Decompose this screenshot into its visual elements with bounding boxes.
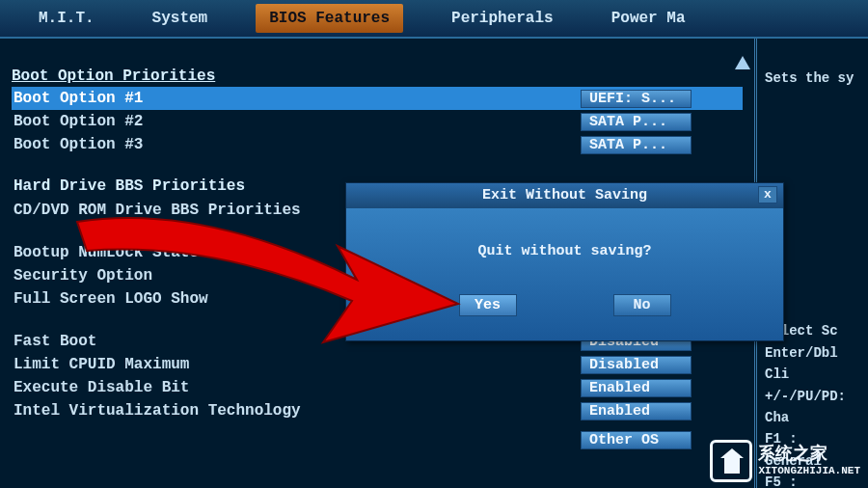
- bottom-row[interactable]: Other OS: [12, 428, 743, 451]
- house-icon: [710, 440, 752, 482]
- setting-value: Enabled: [581, 402, 692, 420]
- boot-priorities-title: Boot Option Priorities: [12, 68, 743, 85]
- limit-cpuid-maximum[interactable]: Limit CPUID Maximum Disabled: [12, 353, 743, 376]
- boot-option-value: UEFI: S...: [581, 90, 692, 108]
- boot-option-3[interactable]: Boot Option #3 SATA P...: [12, 133, 743, 156]
- close-icon[interactable]: x: [758, 186, 777, 203]
- tab-power[interactable]: Power Ma: [602, 6, 695, 31]
- boot-option-1[interactable]: Boot Option #1 UEFI: S...: [12, 87, 743, 110]
- exit-without-saving-dialog: Exit Without Saving x Quit without savin…: [345, 182, 784, 341]
- help-line: Enter/Dbl Cli: [765, 342, 860, 386]
- setting-value: Enabled: [581, 379, 692, 397]
- watermark: 系统之家 XITONGZHIJIA.NET: [710, 440, 860, 482]
- dialog-title: Exit Without Saving x: [346, 183, 783, 208]
- setting-value: Other OS: [581, 431, 692, 449]
- help-line: +/-/PU/PD: Cha: [765, 386, 860, 429]
- dialog-message: Quit without saving?: [346, 243, 783, 259]
- tab-system[interactable]: System: [143, 6, 218, 31]
- yes-button[interactable]: Yes: [459, 294, 517, 316]
- boot-option-value: SATA P...: [581, 113, 692, 131]
- boot-option-2[interactable]: Boot Option #2 SATA P...: [12, 110, 743, 133]
- boot-option-value: SATA P...: [581, 136, 692, 154]
- boot-option-label: Boot Option #1: [12, 90, 581, 107]
- tab-mit[interactable]: M.I.T.: [29, 6, 104, 31]
- help-top: Sets the sy: [765, 68, 860, 89]
- boot-option-label: Boot Option #2: [12, 113, 581, 130]
- intel-virtualization-technology[interactable]: Intel Virtualization Technology Enabled: [12, 399, 743, 422]
- boot-option-label: Boot Option #3: [12, 136, 581, 153]
- tab-peripherals[interactable]: Peripherals: [442, 6, 563, 31]
- menu-tabs: M.I.T. System BIOS Features Peripherals …: [0, 0, 868, 37]
- setting-value: Disabled: [581, 356, 692, 374]
- execute-disable-bit[interactable]: Execute Disable Bit Enabled: [12, 376, 743, 399]
- scroll-up-icon: [735, 56, 750, 69]
- tab-bios-features[interactable]: BIOS Features: [256, 4, 403, 33]
- no-button[interactable]: No: [613, 294, 671, 316]
